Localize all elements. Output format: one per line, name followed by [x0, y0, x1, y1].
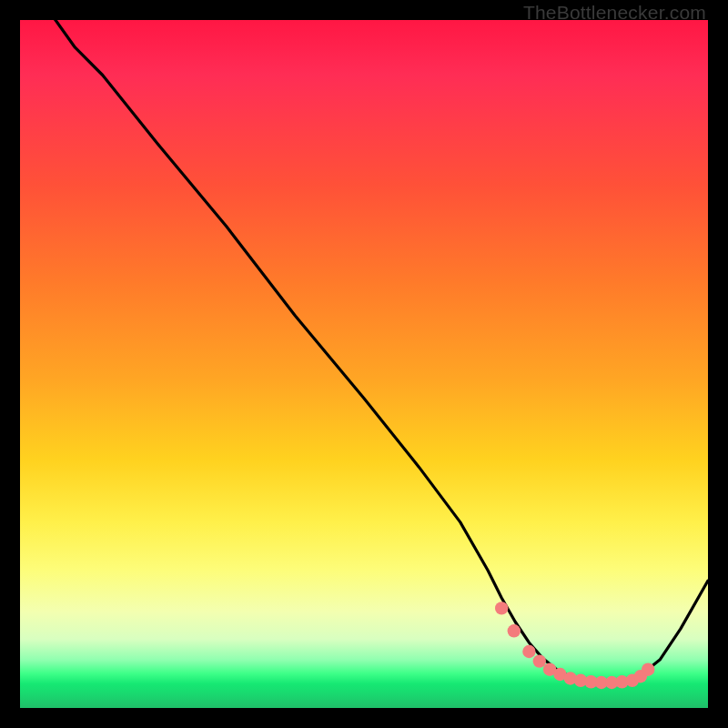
- valley-marker: [533, 654, 546, 667]
- valley-marker: [642, 663, 654, 676]
- valley-markers: [495, 602, 654, 689]
- bottleneck-curve: [41, 20, 708, 683]
- valley-marker: [522, 645, 535, 658]
- valley-marker: [508, 624, 521, 637]
- plot-area: [20, 20, 708, 708]
- chart-svg: [20, 20, 708, 708]
- valley-marker: [495, 602, 508, 614]
- chart-frame: [20, 20, 708, 708]
